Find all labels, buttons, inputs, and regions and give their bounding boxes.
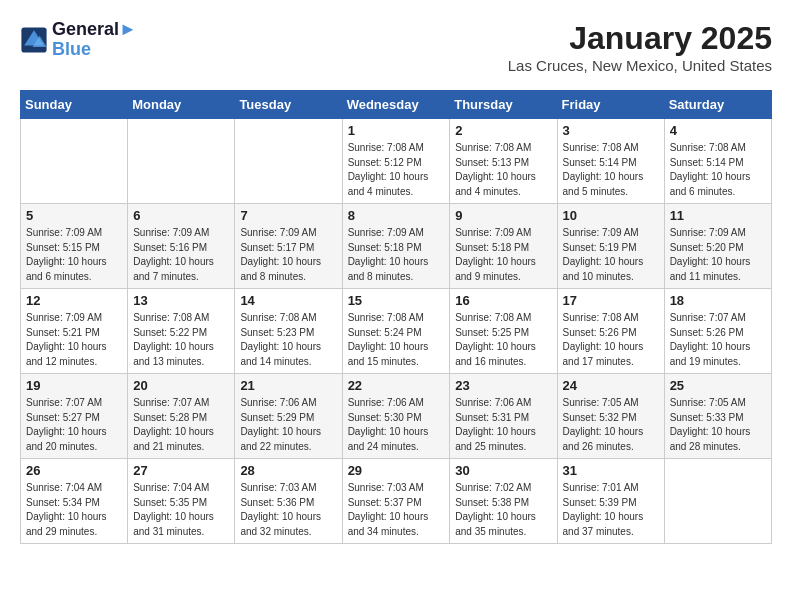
month-title: January 2025 <box>508 20 772 57</box>
calendar-cell: 1Sunrise: 7:08 AM Sunset: 5:12 PM Daylig… <box>342 119 450 204</box>
day-number: 7 <box>240 208 336 223</box>
calendar-cell: 3Sunrise: 7:08 AM Sunset: 5:14 PM Daylig… <box>557 119 664 204</box>
calendar-cell <box>128 119 235 204</box>
day-number: 17 <box>563 293 659 308</box>
calendar-cell: 9Sunrise: 7:09 AM Sunset: 5:18 PM Daylig… <box>450 204 557 289</box>
day-number: 1 <box>348 123 445 138</box>
calendar-week-row: 5Sunrise: 7:09 AM Sunset: 5:15 PM Daylig… <box>21 204 772 289</box>
day-number: 29 <box>348 463 445 478</box>
day-number: 28 <box>240 463 336 478</box>
day-info: Sunrise: 7:06 AM Sunset: 5:30 PM Dayligh… <box>348 396 445 454</box>
calendar-cell: 18Sunrise: 7:07 AM Sunset: 5:26 PM Dayli… <box>664 289 771 374</box>
day-info: Sunrise: 7:08 AM Sunset: 5:23 PM Dayligh… <box>240 311 336 369</box>
calendar-cell: 14Sunrise: 7:08 AM Sunset: 5:23 PM Dayli… <box>235 289 342 374</box>
weekday-header: Saturday <box>664 91 771 119</box>
day-number: 21 <box>240 378 336 393</box>
logo-text: General► Blue <box>52 20 137 60</box>
calendar-cell: 25Sunrise: 7:05 AM Sunset: 5:33 PM Dayli… <box>664 374 771 459</box>
day-info: Sunrise: 7:08 AM Sunset: 5:12 PM Dayligh… <box>348 141 445 199</box>
day-info: Sunrise: 7:09 AM Sunset: 5:20 PM Dayligh… <box>670 226 766 284</box>
day-number: 19 <box>26 378 122 393</box>
day-info: Sunrise: 7:08 AM Sunset: 5:25 PM Dayligh… <box>455 311 551 369</box>
day-number: 14 <box>240 293 336 308</box>
calendar-cell: 22Sunrise: 7:06 AM Sunset: 5:30 PM Dayli… <box>342 374 450 459</box>
day-number: 4 <box>670 123 766 138</box>
calendar-week-row: 26Sunrise: 7:04 AM Sunset: 5:34 PM Dayli… <box>21 459 772 544</box>
day-number: 10 <box>563 208 659 223</box>
logo-icon <box>20 26 48 54</box>
logo: General► Blue <box>20 20 137 60</box>
calendar-week-row: 12Sunrise: 7:09 AM Sunset: 5:21 PM Dayli… <box>21 289 772 374</box>
day-info: Sunrise: 7:07 AM Sunset: 5:26 PM Dayligh… <box>670 311 766 369</box>
calendar-cell: 8Sunrise: 7:09 AM Sunset: 5:18 PM Daylig… <box>342 204 450 289</box>
day-number: 15 <box>348 293 445 308</box>
calendar-week-row: 19Sunrise: 7:07 AM Sunset: 5:27 PM Dayli… <box>21 374 772 459</box>
calendar-cell: 31Sunrise: 7:01 AM Sunset: 5:39 PM Dayli… <box>557 459 664 544</box>
calendar-cell: 7Sunrise: 7:09 AM Sunset: 5:17 PM Daylig… <box>235 204 342 289</box>
day-info: Sunrise: 7:07 AM Sunset: 5:28 PM Dayligh… <box>133 396 229 454</box>
day-number: 22 <box>348 378 445 393</box>
day-info: Sunrise: 7:02 AM Sunset: 5:38 PM Dayligh… <box>455 481 551 539</box>
day-info: Sunrise: 7:09 AM Sunset: 5:18 PM Dayligh… <box>348 226 445 284</box>
calendar-cell: 12Sunrise: 7:09 AM Sunset: 5:21 PM Dayli… <box>21 289 128 374</box>
day-info: Sunrise: 7:05 AM Sunset: 5:32 PM Dayligh… <box>563 396 659 454</box>
calendar-week-row: 1Sunrise: 7:08 AM Sunset: 5:12 PM Daylig… <box>21 119 772 204</box>
calendar-cell: 4Sunrise: 7:08 AM Sunset: 5:14 PM Daylig… <box>664 119 771 204</box>
day-info: Sunrise: 7:04 AM Sunset: 5:34 PM Dayligh… <box>26 481 122 539</box>
day-info: Sunrise: 7:08 AM Sunset: 5:24 PM Dayligh… <box>348 311 445 369</box>
day-info: Sunrise: 7:09 AM Sunset: 5:21 PM Dayligh… <box>26 311 122 369</box>
day-info: Sunrise: 7:09 AM Sunset: 5:19 PM Dayligh… <box>563 226 659 284</box>
calendar-cell: 26Sunrise: 7:04 AM Sunset: 5:34 PM Dayli… <box>21 459 128 544</box>
day-info: Sunrise: 7:09 AM Sunset: 5:15 PM Dayligh… <box>26 226 122 284</box>
calendar-table: SundayMondayTuesdayWednesdayThursdayFrid… <box>20 90 772 544</box>
calendar-cell: 27Sunrise: 7:04 AM Sunset: 5:35 PM Dayli… <box>128 459 235 544</box>
calendar-cell: 16Sunrise: 7:08 AM Sunset: 5:25 PM Dayli… <box>450 289 557 374</box>
page-header: General► Blue January 2025 Las Cruces, N… <box>20 20 772 74</box>
calendar-cell: 23Sunrise: 7:06 AM Sunset: 5:31 PM Dayli… <box>450 374 557 459</box>
day-info: Sunrise: 7:05 AM Sunset: 5:33 PM Dayligh… <box>670 396 766 454</box>
day-info: Sunrise: 7:06 AM Sunset: 5:31 PM Dayligh… <box>455 396 551 454</box>
calendar-cell: 21Sunrise: 7:06 AM Sunset: 5:29 PM Dayli… <box>235 374 342 459</box>
calendar-cell <box>21 119 128 204</box>
day-info: Sunrise: 7:03 AM Sunset: 5:36 PM Dayligh… <box>240 481 336 539</box>
day-number: 12 <box>26 293 122 308</box>
day-info: Sunrise: 7:09 AM Sunset: 5:18 PM Dayligh… <box>455 226 551 284</box>
day-info: Sunrise: 7:01 AM Sunset: 5:39 PM Dayligh… <box>563 481 659 539</box>
day-info: Sunrise: 7:03 AM Sunset: 5:37 PM Dayligh… <box>348 481 445 539</box>
day-number: 24 <box>563 378 659 393</box>
weekday-header: Friday <box>557 91 664 119</box>
day-info: Sunrise: 7:04 AM Sunset: 5:35 PM Dayligh… <box>133 481 229 539</box>
calendar-cell <box>235 119 342 204</box>
day-number: 18 <box>670 293 766 308</box>
day-number: 8 <box>348 208 445 223</box>
weekday-header: Tuesday <box>235 91 342 119</box>
weekday-header: Wednesday <box>342 91 450 119</box>
day-number: 20 <box>133 378 229 393</box>
calendar-cell: 11Sunrise: 7:09 AM Sunset: 5:20 PM Dayli… <box>664 204 771 289</box>
day-number: 26 <box>26 463 122 478</box>
day-number: 3 <box>563 123 659 138</box>
calendar-cell <box>664 459 771 544</box>
day-number: 16 <box>455 293 551 308</box>
calendar-cell: 13Sunrise: 7:08 AM Sunset: 5:22 PM Dayli… <box>128 289 235 374</box>
day-number: 2 <box>455 123 551 138</box>
calendar-cell: 2Sunrise: 7:08 AM Sunset: 5:13 PM Daylig… <box>450 119 557 204</box>
day-number: 25 <box>670 378 766 393</box>
day-number: 30 <box>455 463 551 478</box>
calendar-cell: 6Sunrise: 7:09 AM Sunset: 5:16 PM Daylig… <box>128 204 235 289</box>
calendar-cell: 10Sunrise: 7:09 AM Sunset: 5:19 PM Dayli… <box>557 204 664 289</box>
day-info: Sunrise: 7:08 AM Sunset: 5:13 PM Dayligh… <box>455 141 551 199</box>
day-info: Sunrise: 7:09 AM Sunset: 5:16 PM Dayligh… <box>133 226 229 284</box>
calendar-cell: 29Sunrise: 7:03 AM Sunset: 5:37 PM Dayli… <box>342 459 450 544</box>
calendar-cell: 20Sunrise: 7:07 AM Sunset: 5:28 PM Dayli… <box>128 374 235 459</box>
calendar-cell: 24Sunrise: 7:05 AM Sunset: 5:32 PM Dayli… <box>557 374 664 459</box>
day-info: Sunrise: 7:08 AM Sunset: 5:14 PM Dayligh… <box>563 141 659 199</box>
day-info: Sunrise: 7:08 AM Sunset: 5:26 PM Dayligh… <box>563 311 659 369</box>
calendar-cell: 30Sunrise: 7:02 AM Sunset: 5:38 PM Dayli… <box>450 459 557 544</box>
day-info: Sunrise: 7:08 AM Sunset: 5:14 PM Dayligh… <box>670 141 766 199</box>
day-number: 9 <box>455 208 551 223</box>
day-number: 6 <box>133 208 229 223</box>
weekday-header: Sunday <box>21 91 128 119</box>
day-info: Sunrise: 7:07 AM Sunset: 5:27 PM Dayligh… <box>26 396 122 454</box>
calendar-cell: 28Sunrise: 7:03 AM Sunset: 5:36 PM Dayli… <box>235 459 342 544</box>
